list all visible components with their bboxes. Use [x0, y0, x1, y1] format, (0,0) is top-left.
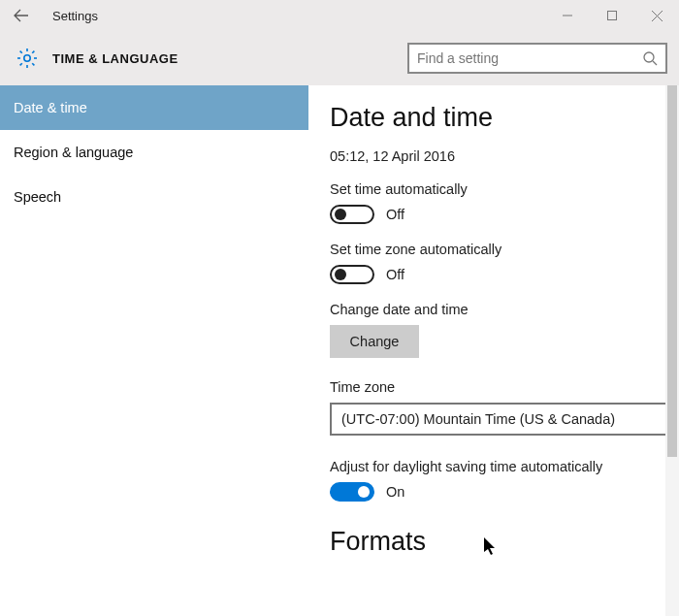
- svg-rect-1: [608, 12, 617, 20]
- settings-gear[interactable]: [14, 45, 41, 72]
- dst-state: On: [386, 484, 404, 500]
- svg-line-14: [653, 61, 657, 65]
- maximize-button[interactable]: [590, 0, 634, 31]
- timezone-value: (UTC-07:00) Mountain Time (US & Canada): [341, 411, 615, 427]
- close-button[interactable]: [634, 0, 679, 31]
- sidebar-item-speech[interactable]: Speech: [0, 175, 308, 219]
- dst-toggle[interactable]: [330, 482, 374, 502]
- sidebar-item-label: Speech: [14, 189, 61, 205]
- set-tz-auto-label: Set time zone automatically: [330, 242, 679, 257]
- svg-line-12: [20, 63, 22, 65]
- header-row: TIME & LANGUAGE: [0, 31, 679, 85]
- set-tz-auto-toggle[interactable]: [330, 265, 374, 284]
- minimize-icon: [563, 11, 572, 20]
- set-tz-auto-state: Off: [386, 267, 404, 282]
- search-input[interactable]: [417, 50, 642, 66]
- minimize-button[interactable]: [545, 0, 590, 31]
- svg-line-11: [32, 51, 34, 53]
- sidebar-item-region-language[interactable]: Region & language: [0, 130, 308, 175]
- close-icon: [652, 11, 663, 21]
- titlebar: Settings: [0, 0, 679, 31]
- svg-point-4: [24, 55, 30, 61]
- svg-line-9: [20, 51, 22, 53]
- toggle-knob: [335, 269, 346, 280]
- section-title: TIME & LANGUAGE: [52, 51, 178, 66]
- change-button[interactable]: Change: [330, 325, 419, 358]
- toggle-knob: [358, 486, 370, 498]
- search-box[interactable]: [407, 43, 667, 74]
- scrollbar-thumb[interactable]: [667, 85, 677, 457]
- set-time-auto-toggle[interactable]: [330, 205, 374, 224]
- set-time-auto-label: Set time automatically: [330, 181, 679, 197]
- toggle-knob: [335, 209, 346, 220]
- arrow-left-icon: [14, 8, 29, 23]
- body: Date & time Region & language Speech Dat…: [0, 85, 679, 616]
- svg-point-13: [644, 52, 654, 62]
- timezone-select[interactable]: (UTC-07:00) Mountain Time (US & Canada): [330, 403, 671, 436]
- dst-label: Adjust for daylight saving time automati…: [330, 459, 679, 474]
- page-title: Date and time: [330, 103, 679, 133]
- sidebar-item-label: Date & time: [14, 100, 87, 115]
- set-time-auto-state: Off: [386, 207, 404, 222]
- gear-icon: [16, 47, 39, 70]
- back-button[interactable]: [8, 2, 35, 29]
- current-datetime: 05:12, 12 April 2016: [330, 148, 679, 164]
- sidebar: Date & time Region & language Speech: [0, 85, 308, 616]
- main-panel: Date and time 05:12, 12 April 2016 Set t…: [308, 85, 679, 616]
- svg-line-10: [32, 63, 34, 65]
- sidebar-item-label: Region & language: [14, 145, 133, 160]
- timezone-label: Time zone: [330, 379, 679, 395]
- window-title: Settings: [52, 9, 98, 23]
- scrollbar-track[interactable]: [665, 85, 679, 616]
- change-dt-label: Change date and time: [330, 302, 679, 317]
- sidebar-item-date-time[interactable]: Date & time: [0, 85, 308, 130]
- maximize-icon: [607, 11, 617, 20]
- formats-heading: Formats: [330, 527, 679, 557]
- search-icon: [642, 50, 658, 66]
